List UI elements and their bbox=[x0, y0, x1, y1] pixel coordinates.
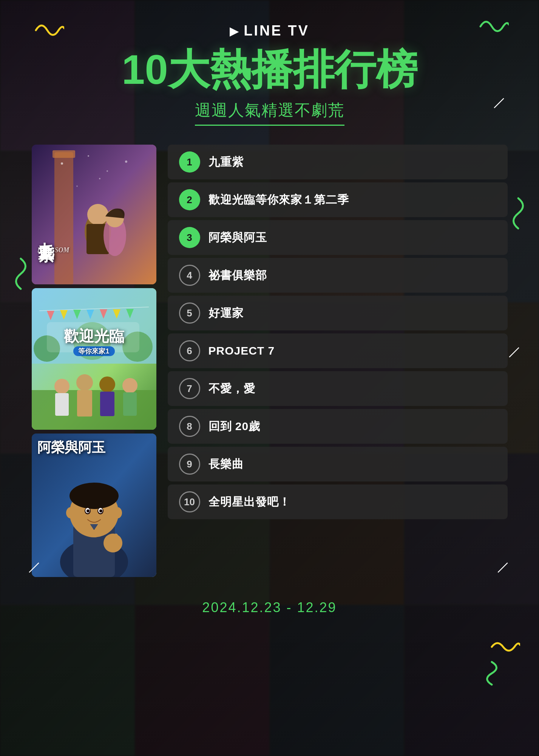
rank-title-8: 回到 20歲 bbox=[208, 419, 496, 434]
svg-point-3 bbox=[61, 162, 63, 165]
rank-title-2: 歡迎光臨等你來家１第二季 bbox=[208, 192, 496, 208]
svg-point-32 bbox=[99, 376, 115, 392]
svg-point-7 bbox=[99, 178, 100, 179]
rank-title-4: 祕書俱樂部 bbox=[208, 268, 496, 283]
rank-title-10: 全明星出發吧！ bbox=[208, 494, 496, 510]
rank-item-10[interactable]: 10 全明星出發吧！ bbox=[168, 484, 508, 519]
play-icon: ▶ bbox=[230, 25, 239, 37]
subtitle: 週週人氣精選不劇荒 bbox=[195, 100, 344, 126]
rank-badge-4: 4 bbox=[179, 265, 200, 286]
rank-title-7: 不愛，愛 bbox=[208, 381, 496, 397]
rank-badge-1: 1 bbox=[179, 151, 200, 173]
rank-title-9: 長樂曲 bbox=[208, 457, 496, 472]
rank-item-8[interactable]: 8 回到 20歲 bbox=[168, 409, 508, 444]
logo-text: LINE TV bbox=[244, 23, 309, 39]
svg-point-49 bbox=[99, 509, 102, 512]
thumbnail-1[interactable]: BLOSSOM 九重紫 bbox=[32, 145, 156, 284]
svg-point-30 bbox=[76, 374, 93, 391]
svg-point-8 bbox=[76, 185, 78, 187]
thumbnails-column: BLOSSOM 九重紫 bbox=[32, 145, 156, 577]
rank-title-5: 好運家 bbox=[208, 305, 496, 321]
rank-item-3[interactable]: 3 阿榮與阿玉 bbox=[168, 220, 508, 255]
svg-point-34 bbox=[122, 378, 137, 393]
svg-point-50 bbox=[103, 534, 122, 552]
rank-item-4[interactable]: 4 祕書俱樂部 bbox=[168, 258, 508, 293]
svg-point-48 bbox=[86, 509, 90, 512]
rank-item-2[interactable]: 2 歡迎光臨等你來家１第二季 bbox=[168, 182, 508, 217]
svg-rect-35 bbox=[123, 392, 137, 416]
svg-point-43 bbox=[113, 507, 122, 518]
thumbnail-2[interactable]: 歡迎光臨 等你來家1 bbox=[32, 288, 156, 430]
logo-row: ▶ LINE TV bbox=[230, 23, 309, 39]
rank-title-3: 阿榮與阿玉 bbox=[208, 230, 496, 245]
thumbnail-3[interactable]: 阿榮與阿玉 bbox=[32, 434, 156, 577]
rank-title-1: 九重紫 bbox=[208, 154, 496, 170]
svg-point-42 bbox=[66, 507, 75, 518]
svg-point-5 bbox=[107, 170, 108, 172]
rank-badge-2: 2 bbox=[179, 189, 200, 210]
svg-rect-1 bbox=[54, 152, 73, 284]
main-title: 10大熱播排行榜 bbox=[122, 46, 417, 92]
svg-point-28 bbox=[54, 379, 69, 394]
rank-item-6[interactable]: 6 PROJECT 7 bbox=[168, 333, 508, 368]
svg-point-4 bbox=[88, 155, 89, 157]
rank-badge-8: 8 bbox=[179, 416, 200, 437]
svg-rect-31 bbox=[77, 390, 92, 417]
rank-item-1[interactable]: 1 九重紫 bbox=[168, 145, 508, 179]
rank-item-7[interactable]: 7 不愛，愛 bbox=[168, 371, 508, 406]
page-content: ▶ LINE TV 10大熱播排行榜 週週人氣精選不劇荒 bbox=[0, 0, 539, 646]
ranking-list: 1 九重紫 2 歡迎光臨等你來家１第二季 3 阿榮與阿玉 bbox=[168, 145, 508, 519]
rank-item-5[interactable]: 5 好運家 bbox=[168, 296, 508, 330]
rank-badge-5: 5 bbox=[179, 302, 200, 324]
rank-badge-3: 3 bbox=[179, 227, 200, 248]
rank-badge-10: 10 bbox=[179, 491, 200, 512]
rank-badge-9: 9 bbox=[179, 454, 200, 475]
rank-badge-6: 6 bbox=[179, 340, 200, 361]
svg-point-6 bbox=[125, 160, 127, 163]
rank-item-9[interactable]: 9 長樂曲 bbox=[168, 447, 508, 481]
svg-rect-51 bbox=[114, 534, 118, 543]
date-range: 2024.12.23 - 12.29 bbox=[202, 600, 337, 616]
svg-rect-33 bbox=[100, 392, 114, 416]
header: ▶ LINE TV 10大熱播排行榜 週週人氣精選不劇荒 bbox=[30, 23, 509, 126]
svg-rect-2 bbox=[53, 150, 75, 158]
svg-rect-29 bbox=[55, 393, 69, 416]
svg-point-10 bbox=[87, 204, 108, 225]
rank-badge-7: 7 bbox=[179, 378, 200, 399]
svg-rect-27 bbox=[32, 390, 156, 430]
svg-point-41 bbox=[69, 483, 119, 509]
rank-title-6: PROJECT 7 bbox=[208, 344, 496, 357]
main-content: BLOSSOM 九重紫 bbox=[32, 145, 508, 577]
